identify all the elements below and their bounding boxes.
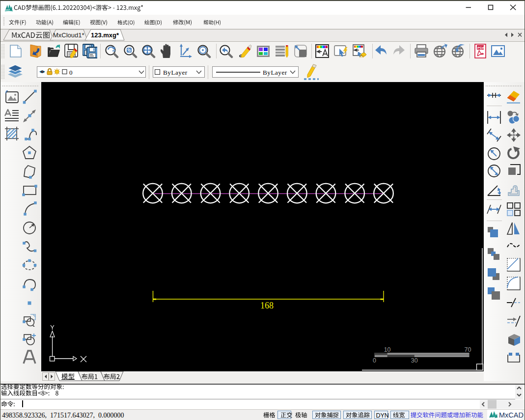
svg-text:10: 10	[384, 346, 391, 353]
svg-text:30: 30	[411, 357, 418, 364]
svg-text:168: 168	[260, 301, 274, 310]
svg-text:0: 0	[373, 357, 376, 364]
svg-text:70: 70	[465, 346, 471, 353]
svg-text:PDF: PDF	[477, 46, 485, 50]
